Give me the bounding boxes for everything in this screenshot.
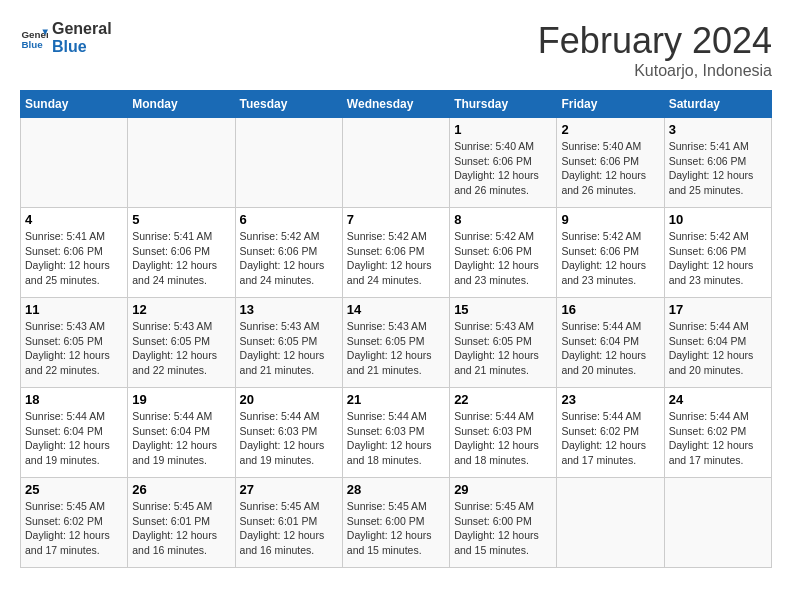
day-number: 29 [454,482,552,497]
day-info: Sunrise: 5:42 AM Sunset: 6:06 PM Dayligh… [669,229,767,288]
calendar-cell: 20Sunrise: 5:44 AM Sunset: 6:03 PM Dayli… [235,388,342,478]
calendar-cell: 21Sunrise: 5:44 AM Sunset: 6:03 PM Dayli… [342,388,449,478]
day-number: 19 [132,392,230,407]
day-number: 9 [561,212,659,227]
calendar-cell: 12Sunrise: 5:43 AM Sunset: 6:05 PM Dayli… [128,298,235,388]
calendar-week-5: 25Sunrise: 5:45 AM Sunset: 6:02 PM Dayli… [21,478,772,568]
svg-text:Blue: Blue [21,38,43,49]
day-info: Sunrise: 5:44 AM Sunset: 6:03 PM Dayligh… [347,409,445,468]
calendar-cell: 17Sunrise: 5:44 AM Sunset: 6:04 PM Dayli… [664,298,771,388]
calendar-week-4: 18Sunrise: 5:44 AM Sunset: 6:04 PM Dayli… [21,388,772,478]
day-number: 17 [669,302,767,317]
day-info: Sunrise: 5:45 AM Sunset: 6:00 PM Dayligh… [347,499,445,558]
day-info: Sunrise: 5:43 AM Sunset: 6:05 PM Dayligh… [25,319,123,378]
calendar-cell: 4Sunrise: 5:41 AM Sunset: 6:06 PM Daylig… [21,208,128,298]
calendar-cell: 13Sunrise: 5:43 AM Sunset: 6:05 PM Dayli… [235,298,342,388]
calendar-body: 1Sunrise: 5:40 AM Sunset: 6:06 PM Daylig… [21,118,772,568]
day-number: 6 [240,212,338,227]
day-info: Sunrise: 5:44 AM Sunset: 6:03 PM Dayligh… [240,409,338,468]
weekday-header-wednesday: Wednesday [342,91,449,118]
day-info: Sunrise: 5:44 AM Sunset: 6:02 PM Dayligh… [561,409,659,468]
day-number: 11 [25,302,123,317]
logo-icon: General Blue [20,24,48,52]
day-info: Sunrise: 5:43 AM Sunset: 6:05 PM Dayligh… [347,319,445,378]
calendar-cell: 1Sunrise: 5:40 AM Sunset: 6:06 PM Daylig… [450,118,557,208]
calendar-cell: 25Sunrise: 5:45 AM Sunset: 6:02 PM Dayli… [21,478,128,568]
day-info: Sunrise: 5:45 AM Sunset: 6:02 PM Dayligh… [25,499,123,558]
calendar-cell: 7Sunrise: 5:42 AM Sunset: 6:06 PM Daylig… [342,208,449,298]
weekday-header-saturday: Saturday [664,91,771,118]
day-number: 27 [240,482,338,497]
day-info: Sunrise: 5:44 AM Sunset: 6:04 PM Dayligh… [25,409,123,468]
day-info: Sunrise: 5:45 AM Sunset: 6:00 PM Dayligh… [454,499,552,558]
day-info: Sunrise: 5:40 AM Sunset: 6:06 PM Dayligh… [454,139,552,198]
calendar-week-2: 4Sunrise: 5:41 AM Sunset: 6:06 PM Daylig… [21,208,772,298]
day-info: Sunrise: 5:43 AM Sunset: 6:05 PM Dayligh… [454,319,552,378]
calendar-cell: 6Sunrise: 5:42 AM Sunset: 6:06 PM Daylig… [235,208,342,298]
day-number: 18 [25,392,123,407]
calendar-cell: 26Sunrise: 5:45 AM Sunset: 6:01 PM Dayli… [128,478,235,568]
day-number: 8 [454,212,552,227]
weekday-header-tuesday: Tuesday [235,91,342,118]
day-number: 21 [347,392,445,407]
calendar-cell: 19Sunrise: 5:44 AM Sunset: 6:04 PM Dayli… [128,388,235,478]
day-info: Sunrise: 5:44 AM Sunset: 6:03 PM Dayligh… [454,409,552,468]
day-number: 4 [25,212,123,227]
calendar-cell: 22Sunrise: 5:44 AM Sunset: 6:03 PM Dayli… [450,388,557,478]
calendar-cell: 16Sunrise: 5:44 AM Sunset: 6:04 PM Dayli… [557,298,664,388]
calendar-cell [128,118,235,208]
day-info: Sunrise: 5:42 AM Sunset: 6:06 PM Dayligh… [561,229,659,288]
day-info: Sunrise: 5:41 AM Sunset: 6:06 PM Dayligh… [25,229,123,288]
calendar-cell: 14Sunrise: 5:43 AM Sunset: 6:05 PM Dayli… [342,298,449,388]
day-number: 14 [347,302,445,317]
weekday-header-monday: Monday [128,91,235,118]
calendar-cell [664,478,771,568]
day-info: Sunrise: 5:45 AM Sunset: 6:01 PM Dayligh… [240,499,338,558]
day-number: 22 [454,392,552,407]
calendar-cell [342,118,449,208]
month-year: February 2024 [538,20,772,62]
calendar-cell [557,478,664,568]
day-number: 12 [132,302,230,317]
logo-text-line2: Blue [52,38,112,56]
calendar-cell: 3Sunrise: 5:41 AM Sunset: 6:06 PM Daylig… [664,118,771,208]
calendar-cell: 29Sunrise: 5:45 AM Sunset: 6:00 PM Dayli… [450,478,557,568]
day-info: Sunrise: 5:44 AM Sunset: 6:04 PM Dayligh… [132,409,230,468]
calendar-cell: 23Sunrise: 5:44 AM Sunset: 6:02 PM Dayli… [557,388,664,478]
calendar-cell: 18Sunrise: 5:44 AM Sunset: 6:04 PM Dayli… [21,388,128,478]
day-number: 2 [561,122,659,137]
logo: General Blue General Blue [20,20,112,55]
day-info: Sunrise: 5:40 AM Sunset: 6:06 PM Dayligh… [561,139,659,198]
day-number: 13 [240,302,338,317]
title-block: February 2024 Kutoarjo, Indonesia [538,20,772,80]
day-number: 7 [347,212,445,227]
day-number: 3 [669,122,767,137]
day-info: Sunrise: 5:42 AM Sunset: 6:06 PM Dayligh… [347,229,445,288]
day-number: 5 [132,212,230,227]
day-info: Sunrise: 5:42 AM Sunset: 6:06 PM Dayligh… [454,229,552,288]
weekday-header-friday: Friday [557,91,664,118]
day-number: 15 [454,302,552,317]
day-info: Sunrise: 5:41 AM Sunset: 6:06 PM Dayligh… [669,139,767,198]
location: Kutoarjo, Indonesia [538,62,772,80]
day-number: 26 [132,482,230,497]
calendar-cell: 5Sunrise: 5:41 AM Sunset: 6:06 PM Daylig… [128,208,235,298]
page-header: General Blue General Blue February 2024 … [20,20,772,80]
day-number: 28 [347,482,445,497]
day-info: Sunrise: 5:45 AM Sunset: 6:01 PM Dayligh… [132,499,230,558]
day-info: Sunrise: 5:43 AM Sunset: 6:05 PM Dayligh… [132,319,230,378]
day-number: 24 [669,392,767,407]
day-info: Sunrise: 5:44 AM Sunset: 6:02 PM Dayligh… [669,409,767,468]
calendar-cell: 27Sunrise: 5:45 AM Sunset: 6:01 PM Dayli… [235,478,342,568]
calendar-cell: 8Sunrise: 5:42 AM Sunset: 6:06 PM Daylig… [450,208,557,298]
day-number: 25 [25,482,123,497]
day-number: 16 [561,302,659,317]
day-info: Sunrise: 5:42 AM Sunset: 6:06 PM Dayligh… [240,229,338,288]
calendar-cell [21,118,128,208]
calendar-week-1: 1Sunrise: 5:40 AM Sunset: 6:06 PM Daylig… [21,118,772,208]
calendar-cell: 10Sunrise: 5:42 AM Sunset: 6:06 PM Dayli… [664,208,771,298]
logo-text-line1: General [52,20,112,38]
day-info: Sunrise: 5:43 AM Sunset: 6:05 PM Dayligh… [240,319,338,378]
day-number: 10 [669,212,767,227]
weekday-header-row: SundayMondayTuesdayWednesdayThursdayFrid… [21,91,772,118]
